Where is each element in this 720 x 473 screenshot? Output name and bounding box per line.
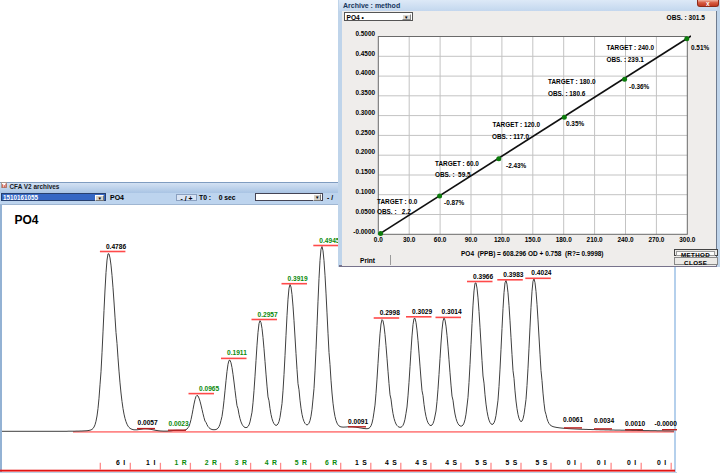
- svg-text:0 I: 0 I: [657, 459, 667, 466]
- svg-text:0.4945: 0.4945: [319, 237, 340, 244]
- svg-text:1 I: 1 I: [146, 459, 156, 466]
- svg-text:0.0057: 0.0057: [138, 419, 159, 426]
- svg-text:0.0061: 0.0061: [563, 416, 584, 423]
- svg-text:-0.0000: -0.0000: [655, 420, 678, 427]
- svg-text:6 I: 6 I: [116, 459, 126, 466]
- svg-text:0 I: 0 I: [627, 459, 637, 466]
- svg-text:6 R: 6 R: [325, 459, 338, 466]
- svg-text:0.0010: 0.0010: [625, 420, 646, 427]
- svg-text:0.4024: 0.4024: [531, 269, 552, 276]
- svg-text:1 S: 1 S: [355, 459, 368, 466]
- svg-text:0.0023: 0.0023: [169, 420, 190, 427]
- svg-text:0 I: 0 I: [567, 459, 577, 466]
- svg-text:4 R: 4 R: [265, 459, 278, 466]
- svg-text:0.2957: 0.2957: [258, 311, 279, 318]
- svg-text:0.0091: 0.0091: [348, 418, 369, 425]
- svg-text:5 S: 5 S: [475, 459, 488, 466]
- svg-text:0.3919: 0.3919: [288, 275, 309, 282]
- svg-text:0.2998: 0.2998: [380, 309, 401, 316]
- svg-text:0.0034: 0.0034: [594, 417, 615, 424]
- svg-text:5 S: 5 S: [505, 459, 518, 466]
- svg-text:0.3966: 0.3966: [473, 273, 494, 280]
- svg-text:1 R: 1 R: [175, 459, 188, 466]
- svg-text:5 S: 5 S: [535, 459, 548, 466]
- svg-text:4 S: 4 S: [445, 459, 458, 466]
- svg-text:0.4786: 0.4786: [106, 243, 127, 250]
- svg-text:3 R: 3 R: [235, 459, 248, 466]
- svg-text:0.3029: 0.3029: [412, 308, 433, 315]
- svg-text:0 I: 0 I: [597, 459, 607, 466]
- svg-text:0.0965: 0.0965: [199, 385, 220, 392]
- svg-text:0.3014: 0.3014: [442, 308, 463, 315]
- svg-text:4 S: 4 S: [415, 459, 428, 466]
- svg-text:0.1911: 0.1911: [227, 349, 247, 356]
- svg-text:2 R: 2 R: [205, 459, 218, 466]
- svg-text:4 S: 4 S: [385, 459, 398, 466]
- svg-text:5 R: 5 R: [295, 459, 308, 466]
- svg-text:0.3983: 0.3983: [503, 271, 524, 278]
